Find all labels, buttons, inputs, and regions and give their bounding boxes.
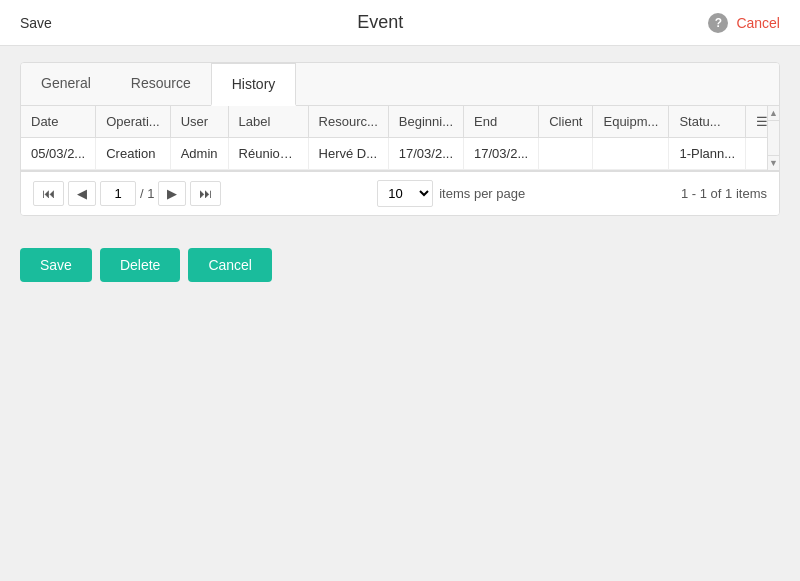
header-save-link[interactable]: Save [20, 15, 52, 31]
col-end[interactable]: End [464, 106, 539, 138]
help-icon[interactable]: ? [708, 13, 728, 33]
cell-user: Admin [170, 138, 228, 170]
tabs-container: General Resource History [21, 63, 779, 106]
top-bar: Save Event ? Cancel [0, 0, 800, 46]
bottom-bar: Save Delete Cancel [0, 232, 800, 298]
delete-button[interactable]: Delete [100, 248, 180, 282]
items-per-page-label: items per page [439, 186, 525, 201]
items-summary: 1 - 1 of 1 items [681, 186, 767, 201]
cell-resource: Hervé D... [308, 138, 388, 170]
history-table: Date Operati... User Label Resourc... Be… [21, 106, 767, 170]
cell-equipment [593, 138, 669, 170]
col-menu[interactable]: ☰ [746, 106, 767, 138]
page-input[interactable] [100, 181, 136, 206]
col-status[interactable]: Statu... [669, 106, 746, 138]
prev-icon: ◀ [77, 186, 87, 201]
table-scroll: Date Operati... User Label Resourc... Be… [21, 106, 767, 170]
right-scrollbar: ▲ ▼ [767, 106, 779, 170]
top-bar-right: ? Cancel [708, 13, 780, 33]
last-icon: ⏭ [199, 186, 212, 201]
cell-menu [746, 138, 767, 170]
cell-status: 1-Plann... [669, 138, 746, 170]
cell-date: 05/03/2... [21, 138, 96, 170]
scroll-down-btn[interactable]: ▼ [768, 155, 779, 170]
page-title: Event [357, 12, 403, 33]
next-page-btn[interactable]: ▶ [158, 181, 186, 206]
cell-label: Réunion... [228, 138, 308, 170]
cell-client [539, 138, 593, 170]
col-operation[interactable]: Operati... [96, 106, 170, 138]
last-page-btn[interactable]: ⏭ [190, 181, 221, 206]
cell-end: 17/03/2... [464, 138, 539, 170]
header-cancel-link[interactable]: Cancel [736, 15, 780, 31]
next-icon: ▶ [167, 186, 177, 201]
save-button[interactable]: Save [20, 248, 92, 282]
cancel-button[interactable]: Cancel [188, 248, 272, 282]
col-label[interactable]: Label [228, 106, 308, 138]
card: General Resource History Date Operati... [20, 62, 780, 216]
tab-history[interactable]: History [211, 63, 297, 106]
per-page-select[interactable]: 10 25 50 100 [377, 180, 433, 207]
col-equipment[interactable]: Equipm... [593, 106, 669, 138]
pagination-controls: ⏮ ◀ / 1 ▶ ⏭ [33, 181, 221, 206]
scroll-up-btn[interactable]: ▲ [768, 106, 779, 121]
table-row[interactable]: 05/03/2...CreationAdminRéunion...Hervé D… [21, 138, 767, 170]
first-icon: ⏮ [42, 186, 55, 201]
cell-operation: Creation [96, 138, 170, 170]
col-user[interactable]: User [170, 106, 228, 138]
per-page-container: 10 25 50 100 items per page [377, 180, 525, 207]
col-resource[interactable]: Resourc... [308, 106, 388, 138]
pagination-bar: ⏮ ◀ / 1 ▶ ⏭ 10 25 50 100 [21, 171, 779, 215]
main-content: General Resource History Date Operati... [0, 46, 800, 232]
table-wrapper: Date Operati... User Label Resourc... Be… [21, 106, 779, 171]
first-page-btn[interactable]: ⏮ [33, 181, 64, 206]
page-total: / 1 [140, 186, 154, 201]
cell-beginning: 17/03/2... [388, 138, 463, 170]
column-menu-icon[interactable]: ☰ [756, 114, 767, 129]
tab-general[interactable]: General [21, 63, 111, 105]
col-client[interactable]: Client [539, 106, 593, 138]
col-beginning[interactable]: Beginni... [388, 106, 463, 138]
col-date[interactable]: Date [21, 106, 96, 138]
tab-resource[interactable]: Resource [111, 63, 211, 105]
table-container: Date Operati... User Label Resourc... Be… [21, 106, 767, 170]
prev-page-btn[interactable]: ◀ [68, 181, 96, 206]
